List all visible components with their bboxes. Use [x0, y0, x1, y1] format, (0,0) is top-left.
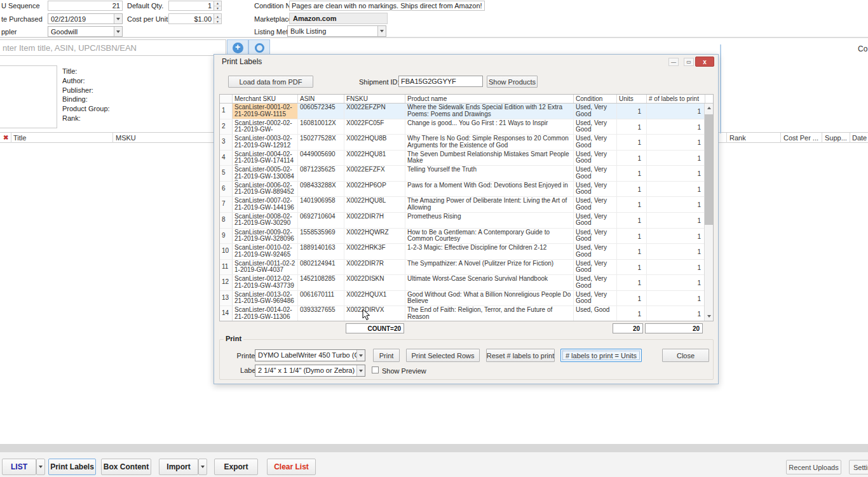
cell-labels[interactable]: 1: [647, 119, 705, 135]
maximize-button[interactable]: ▭: [684, 58, 694, 66]
chevron-down-icon[interactable]: [114, 14, 122, 24]
date-purchased-select[interactable]: 02/21/2019: [48, 13, 123, 24]
cell-msku[interactable]: ScanLister-0009-02-21-2019-GW-328096: [233, 229, 298, 244]
default-qty-spinner[interactable]: ▲▼: [214, 1, 221, 10]
cell-product[interactable]: The Seven Dumbest Relationship Mistakes …: [405, 151, 574, 166]
cell-condition[interactable]: Used, Very Good: [574, 104, 617, 119]
row-number[interactable]: 8: [220, 213, 233, 228]
row-number[interactable]: 11: [220, 260, 233, 275]
cost-per-unit-input[interactable]: $1.00 ▲▼: [168, 13, 222, 24]
cell-units[interactable]: 1: [617, 275, 647, 290]
cell-condition[interactable]: Used, Very Good: [574, 182, 617, 197]
cell-asin[interactable]: 0692710604: [298, 213, 344, 228]
cell-msku[interactable]: ScanLister-0010-02-21-2019-GW-92465: [233, 244, 298, 259]
cell-units[interactable]: 1: [617, 182, 647, 197]
label-size-select[interactable]: 2 1/4" x 1 1/4" (Dymo or Zebra): [255, 365, 365, 377]
minimize-button[interactable]: —: [668, 58, 679, 66]
cell-labels[interactable]: 1: [647, 197, 705, 212]
load-pdf-button[interactable]: Load data from PDF: [228, 76, 313, 88]
cell-fnsku[interactable]: X0022EFZFX: [344, 166, 405, 181]
labels-equals-units-button[interactable]: # labels to print = Units: [560, 349, 642, 362]
cell-fnsku[interactable]: X0022DIR7H: [344, 213, 405, 228]
delete-row-icon[interactable]: ✖: [3, 134, 8, 141]
scroll-down-icon[interactable]: [705, 312, 713, 321]
cell-fnsku[interactable]: X0022HQU81: [344, 151, 405, 166]
row-number[interactable]: 7: [220, 197, 233, 212]
cell-msku[interactable]: ScanLister-0008-02-21-2019-GW-30290: [233, 213, 298, 228]
cell-units[interactable]: 1: [617, 119, 647, 135]
print-labels-button[interactable]: Print Labels: [48, 459, 96, 475]
grid-col-asin[interactable]: ASIN: [298, 95, 344, 103]
grid-row[interactable]: 6 ScanLister-0006-02-21-2019-GW-889452 0…: [220, 182, 713, 198]
close-dialog-button[interactable]: Close: [662, 349, 709, 362]
cell-labels[interactable]: 1: [647, 104, 705, 119]
show-preview-checkbox[interactable]: [372, 366, 379, 373]
settings-button[interactable]: Settings: [849, 460, 868, 474]
chevron-down-icon[interactable]: [114, 27, 122, 36]
grid-row[interactable]: 8 ScanLister-0008-02-21-2019-GW-30290 06…: [220, 213, 713, 229]
cell-msku[interactable]: ScanLister-0003-02-21-2019-GW-12912: [233, 135, 298, 150]
grid-col-labels[interactable]: # of labels to print: [647, 95, 705, 103]
cell-units[interactable]: 1: [617, 166, 647, 181]
cell-fnsku[interactable]: X0022DIR7R: [344, 260, 405, 275]
cell-condition[interactable]: Used, Good: [574, 306, 617, 321]
cell-labels[interactable]: 1: [647, 260, 705, 275]
cell-units[interactable]: 1: [617, 260, 647, 275]
condition-note-input[interactable]: Pages are clean with no markings. Ships …: [289, 1, 485, 11]
grid-row[interactable]: 14 ScanLister-0014-02-21-2019-GW-11306 0…: [220, 306, 713, 321]
grid-col-condition[interactable]: Condition: [574, 95, 617, 103]
cell-condition[interactable]: Used, Very Good: [574, 151, 617, 166]
cell-condition[interactable]: Used, Very Good: [574, 229, 617, 244]
cell-asin[interactable]: 160810012X: [298, 119, 344, 135]
cell-msku[interactable]: ScanLister-0002-02-21-2019-GW-: [233, 119, 298, 135]
search-input[interactable]: [0, 39, 226, 56]
row-number[interactable]: 2: [220, 119, 233, 135]
cell-condition[interactable]: Used, Very Good: [574, 244, 617, 259]
row-number[interactable]: 14: [220, 306, 233, 321]
cell-asin[interactable]: 098433288X: [298, 182, 344, 197]
listing-method-select[interactable]: Bulk Listing: [287, 25, 386, 37]
cost-spinner[interactable]: ▲▼: [214, 14, 221, 24]
shipment-id-input[interactable]: [398, 76, 483, 87]
column-title[interactable]: Title: [13, 134, 26, 142]
cell-msku[interactable]: ScanLister-0004-02-21-2019-GW-1741147: [233, 151, 298, 166]
cell-msku[interactable]: ScanLister-0013-02-21-2019-GW-969486: [233, 291, 298, 306]
cell-asin[interactable]: 0449005690: [298, 151, 344, 166]
cell-fnsku[interactable]: X0022HQWRZ: [344, 229, 405, 244]
cell-condition[interactable]: Used, Very Good: [574, 213, 617, 228]
cell-labels[interactable]: 1: [647, 135, 705, 150]
list-button[interactable]: LIST: [2, 459, 36, 475]
print-selected-rows-button[interactable]: Print Selected Rows: [406, 349, 480, 362]
row-number[interactable]: 4: [220, 151, 233, 166]
grid-vertical-scrollbar[interactable]: [704, 104, 713, 321]
cell-asin[interactable]: 1558535969: [298, 229, 344, 244]
spin-down-icon[interactable]: ▼: [214, 6, 221, 11]
box-content-button[interactable]: Box Content: [101, 459, 151, 475]
spin-up-icon[interactable]: ▲: [214, 14, 221, 19]
cell-units[interactable]: 1: [617, 306, 647, 321]
grid-row[interactable]: 3 ScanLister-0003-02-21-2019-GW-12912 15…: [220, 135, 713, 151]
cell-product[interactable]: Good Without God: What a Billion Nonreli…: [405, 291, 574, 306]
cell-labels[interactable]: 1: [647, 291, 705, 306]
cell-msku[interactable]: ScanLister-0001-02-21-2019-GW-1115: [233, 104, 298, 119]
cell-units[interactable]: 1: [617, 197, 647, 212]
row-number[interactable]: 6: [220, 182, 233, 197]
cell-asin[interactable]: 0393327655: [298, 306, 344, 321]
cell-product[interactable]: Why There Is No God: Simple Responses to…: [405, 135, 574, 150]
cell-asin[interactable]: 1452108285: [298, 275, 344, 290]
cell-labels[interactable]: 1: [647, 213, 705, 228]
cell-product[interactable]: Paws for a Moment With God: Devotions Be…: [405, 182, 574, 197]
cell-condition[interactable]: Used, Very Good: [574, 166, 617, 181]
cell-units[interactable]: 1: [617, 229, 647, 244]
close-button[interactable]: x: [695, 57, 714, 67]
cell-condition[interactable]: Used, Very Good: [574, 135, 617, 150]
cell-asin[interactable]: 0060572345: [298, 104, 344, 119]
cell-fnsku[interactable]: X0022DISKN: [344, 275, 405, 290]
grid-row[interactable]: 11 ScanLister-0011-02-21-2019-GW-4037 08…: [220, 260, 713, 276]
cell-product[interactable]: The End of Faith: Religion, Terror, and …: [405, 306, 574, 321]
cell-product[interactable]: Where the Sidewalk Ends Special Edition …: [405, 104, 574, 119]
grid-row[interactable]: 5 ScanLister-0005-02-21-2019-GW-1300843 …: [220, 166, 713, 182]
cell-condition[interactable]: Used, Very Good: [574, 119, 617, 135]
spin-up-icon[interactable]: ▲: [214, 1, 221, 6]
cell-labels[interactable]: 1: [647, 182, 705, 197]
